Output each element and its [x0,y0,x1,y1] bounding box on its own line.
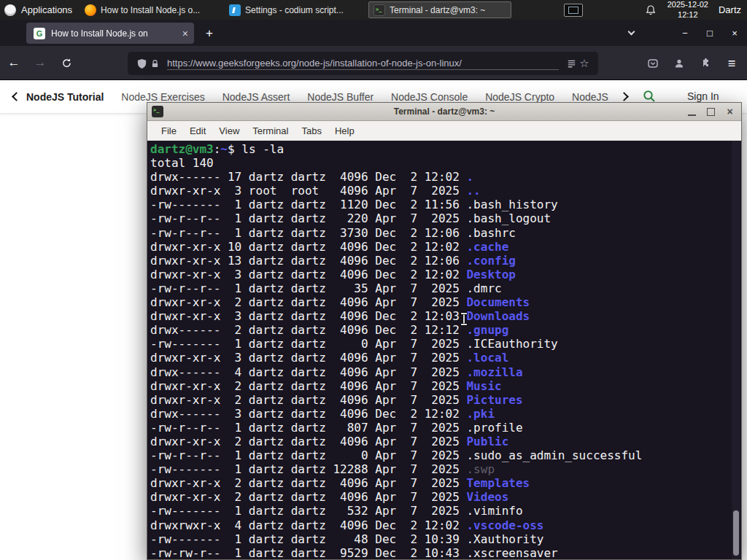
terminal-maximize-button[interactable] [704,105,718,119]
line-columns: drwxr-xr-x 2 dartz dartz 4096 Apr 7 2025 [150,476,466,490]
terminal-line: drwxr-xr-x 2 dartz dartz 4096 Apr 7 2025… [150,295,741,309]
line-columns: drwxr-xr-x 10 dartz dartz 4096 Dec 2 12:… [150,240,466,254]
file-name: .config [466,254,515,268]
line-columns: -rw-r--r-- 1 dartz dartz 220 Apr 7 2025 [150,211,466,225]
terminal-line: drwxr-xr-x 2 dartz dartz 4096 Apr 7 2025… [150,379,741,393]
terminal-scrollbar[interactable] [732,141,740,559]
file-name: Documents [466,295,530,309]
display-tray-icon[interactable] [564,4,583,17]
subnav-item[interactable]: NodeJS DNS [572,91,610,103]
subnav-item[interactable]: NodeJS Assert [222,91,290,103]
terminal-line: drwxr-xr-x 3 root root 4096 Apr 7 2025 .… [150,184,741,198]
file-name: Templates [466,476,530,490]
browser-toolbar: ← → https://www.geeksforgeeks.org/node-j… [0,46,747,80]
terminal-line: drwxr-xr-x 2 dartz dartz 4096 Apr 7 2025… [150,490,741,504]
terminal-line: -rw------- 1 dartz dartz 48 Dec 2 10:39 … [150,532,741,546]
terminal-menu-item[interactable]: View [212,125,246,136]
forward-button[interactable]: → [28,51,53,74]
line-columns: drwxr-xr-x 13 dartz dartz 4096 Dec 2 12:… [150,254,466,268]
terminal-titlebar[interactable]: Terminal - dartz@vm3: ~ × [147,103,741,121]
file-name: Videos [466,490,508,504]
line-columns: drwx------ 3 dartz dartz 4096 Dec 2 12:0… [150,407,466,421]
line-columns: drwx------ 4 dartz dartz 4096 Apr 7 2025 [150,365,466,379]
chevron-down-icon [627,28,635,36]
bookmark-star-icon[interactable]: ☆ [578,57,591,70]
file-name: .ICEauthority [466,337,557,351]
clock[interactable]: 2025-12-02 12:12 [667,0,708,19]
line-columns: -rw------- 1 dartz dartz 1120 Dec 2 11:5… [150,198,466,211]
reader-view-icon[interactable] [565,57,578,70]
browser-minimize-button[interactable]: − [673,20,697,46]
browser-tab[interactable]: G How to Install Node.js on × [26,23,194,44]
terminal-line: drwxr-xr-x 3 dartz dartz 4096 Dec 2 12:0… [150,309,741,323]
line-columns: -rw-rw-r-- 1 dartz dartz 9529 Dec 2 10:4… [150,546,466,559]
file-name: .local [466,351,508,365]
file-name: .xscreensaver [466,546,557,559]
file-name: .cache [466,240,508,254]
line-columns: -rw-r--r-- 1 dartz dartz 3730 Dec 2 12:0… [150,226,466,240]
file-name: .vscode-oss [466,518,543,532]
terminal-output[interactable]: dartz@vm3:~$ ls -la total 140 drwx------… [147,141,741,559]
file-name: .viminfo [466,504,522,518]
file-name: .profile [466,421,522,435]
line-columns: -rw-r--r-- 1 dartz dartz 807 Apr 7 2025 [150,421,466,435]
line-columns: -rw------- 1 dartz dartz 0 Apr 7 2025 [150,337,466,351]
reload-button[interactable] [54,51,79,74]
hamburger-menu-icon[interactable]: ≡ [719,51,744,76]
account-icon[interactable] [667,51,692,76]
terminal-window-controls: × [685,105,737,119]
line-columns: drwxr-xr-x 2 dartz dartz 4096 Apr 7 2025 [150,295,466,309]
terminal-menu-item[interactable]: Terminal [246,125,295,136]
nav-scroll-right-icon[interactable] [619,92,629,101]
file-name: .sudo_as_admin_successful [466,448,642,462]
subnav-item[interactable]: NodeJS Exercises [121,91,204,103]
browser-close-button[interactable]: × [722,20,747,46]
nav-scroll-left-icon[interactable] [12,92,21,101]
clock-date: 2025-12-02 [667,0,708,9]
pocket-icon[interactable] [640,51,665,76]
panel-window-button[interactable]: How to Install Node.js o... [80,1,222,18]
tracking-shield-icon[interactable] [135,57,148,70]
scrollbar-thumb[interactable] [733,510,739,556]
line-columns: drwxrwxr-x 4 dartz dartz 4096 Dec 2 12:0… [150,518,466,532]
url-bar[interactable]: https://www.geeksforgeeks.org/node-js/in… [128,52,598,75]
line-columns: -rw-r--r-- 1 dartz dartz 0 Apr 7 2025 [150,448,466,462]
extensions-puzzle-icon[interactable] [693,51,718,76]
subnav-item[interactable]: NodeJS Console [391,91,468,103]
search-icon[interactable] [642,89,657,104]
window-app-icon [229,4,241,16]
window-app-icon [85,4,96,16]
terminal-menu-item[interactable]: Help [328,125,361,136]
list-tabs-button[interactable] [620,20,642,46]
lock-icon[interactable] [148,57,161,70]
subnav-item[interactable]: NodeJS Crypto [485,91,554,103]
terminal-line: drwxr-xr-x 3 dartz dartz 4096 Dec 2 12:0… [150,268,741,281]
tab-favicon: G [34,28,45,39]
terminal-line: -rw-r--r-- 1 dartz dartz 0 Apr 7 2025 .s… [150,448,741,462]
terminal-minimize-button[interactable] [685,105,699,119]
terminal-close-button[interactable]: × [723,105,737,119]
sign-in-button[interactable]: Sign In [687,90,719,102]
applications-menu[interactable]: Applications [0,0,80,20]
terminal-menu-item[interactable]: Edit [183,125,212,136]
terminal-line: -rw------- 1 dartz dartz 12288 Apr 7 202… [150,462,741,476]
new-tab-button[interactable]: + [200,24,219,43]
terminal-line: -rw------- 1 dartz dartz 1120 Dec 2 11:5… [150,198,741,211]
terminal-menu-item[interactable]: Tabs [295,125,328,136]
panel-window-button[interactable]: Terminal - dartz@vm3: ~ [368,1,511,18]
line-columns: -rw-r--r-- 1 dartz dartz 35 Apr 7 2025 [150,281,466,295]
file-name: . [466,170,473,184]
subnav-item[interactable]: NodeJS Tutorial [26,91,104,103]
tab-title: How to Install Node.js on [51,28,178,39]
menu-glyph: ≡ [728,56,736,71]
subnav-item[interactable]: NodeJS Buffer [307,91,374,103]
file-name: .swp [466,462,495,476]
panel-window-button[interactable]: Settings - codium script... [224,1,367,18]
notification-bell-icon[interactable] [644,4,657,17]
terminal-menu-item[interactable]: File [155,125,183,136]
back-button[interactable]: ← [1,51,26,74]
tab-close-icon[interactable]: × [178,28,188,39]
browser-maximize-button[interactable]: □ [697,20,722,46]
terminal-line: drwxrwxr-x 4 dartz dartz 4096 Dec 2 12:0… [150,518,741,532]
terminal-title: Terminal - dartz@vm3: ~ [147,103,741,121]
